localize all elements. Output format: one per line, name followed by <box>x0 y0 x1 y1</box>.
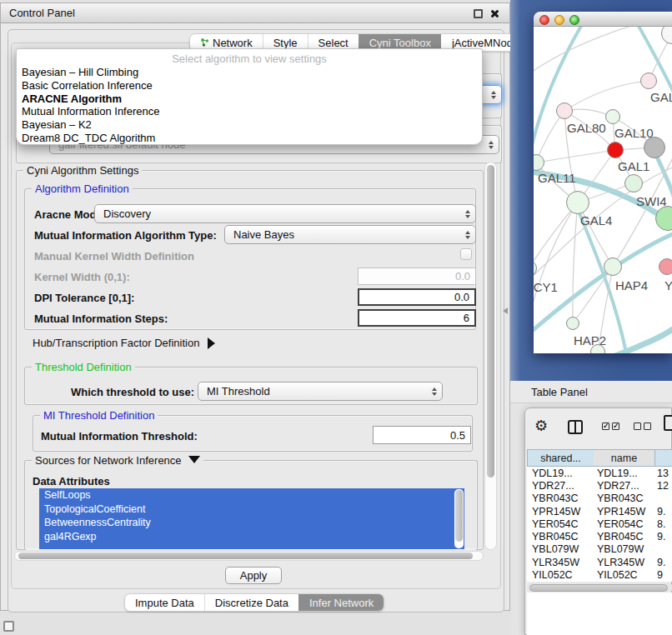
deselect-all-checkboxes-icon[interactable] <box>634 422 651 430</box>
threshold-definition-title: Threshold Definition <box>32 361 135 373</box>
table-cell: 9. <box>654 506 672 518</box>
apply-button[interactable]: Apply <box>225 567 282 584</box>
stepper-icon <box>489 141 494 149</box>
node-label-gal80: GAL80 <box>567 121 606 135</box>
table-cell: YDR27... <box>594 480 654 492</box>
table-row[interactable]: YLR345WYLR345W9. <box>527 556 672 568</box>
aracne-mode-combo[interactable]: Discovery <box>94 204 476 223</box>
data-attributes-list[interactable]: SelfLoopsTopologicalCoefficientBetweenne… <box>39 488 464 549</box>
algorithm-option-bayesian-hill-climbing[interactable]: Bayesian – Hill Climbing <box>17 66 482 79</box>
select-all-checkboxes-icon[interactable] <box>602 422 619 430</box>
table-row[interactable]: YDL19...YDL19...13 <box>527 467 672 479</box>
window-minimize-button[interactable] <box>554 15 564 25</box>
network-node-gal10[interactable] <box>605 109 620 124</box>
attribute-item-betweennesscentrality[interactable]: BetweennessCentrality <box>39 516 464 530</box>
window-zoom-button[interactable] <box>569 15 579 25</box>
algorithm-dropdown-popup: Select algorithm to view settings Bayesi… <box>16 48 483 145</box>
stepper-icon <box>432 388 437 396</box>
attribute-item-gal4rgexp[interactable]: gal4RGexp <box>39 530 464 544</box>
tab-label: Select <box>318 37 349 49</box>
algorithm-dropdown-list: Bayesian – Hill ClimbingBasic Correlatio… <box>17 66 482 145</box>
algorithm-definition-title: Algorithm Definition <box>32 182 133 195</box>
mi-steps-field[interactable]: 6 <box>358 309 476 327</box>
table-cell: 9. <box>654 557 672 568</box>
float-panel-icon[interactable] <box>474 9 483 18</box>
column-header-shared-name[interactable]: shared... <box>527 449 594 467</box>
table-cell: 9. <box>654 531 672 542</box>
tab-impute-data[interactable]: Impute Data <box>125 594 204 611</box>
algorithm-option-basic-correlation-inference[interactable]: Basic Correlation Inference <box>17 79 482 92</box>
table-cell: YPR145W <box>594 506 654 518</box>
kernel-width-field[interactable]: 0.0 <box>358 268 476 285</box>
tab-discretize-data[interactable]: Discretize Data <box>204 594 298 611</box>
table-cell: 9 <box>654 569 672 581</box>
which-threshold-combo[interactable]: MI Threshold <box>198 382 443 401</box>
network-node-swi4[interactable] <box>624 174 643 192</box>
network-node-y[interactable] <box>659 258 672 275</box>
algorithm-option-mutual-information-inference[interactable]: Mutual Information Inference <box>17 105 482 118</box>
table-row[interactable]: YIL052CYIL052C9 <box>527 568 672 581</box>
tab-infer-network[interactable]: Infer Network <box>298 594 384 611</box>
collapse-down-icon <box>188 456 200 463</box>
table-cell: YIL052C <box>527 569 594 581</box>
network-node-gal1[interactable] <box>607 142 624 158</box>
dock-panel-icon[interactable] <box>3 621 14 632</box>
table-cell: YBL079W <box>527 543 594 555</box>
columns-icon[interactable] <box>568 420 583 434</box>
sources-title[interactable]: Sources for Network Inference <box>32 454 203 467</box>
network-node-gal[interactable] <box>640 72 657 89</box>
attributes-scrollbar[interactable] <box>454 489 464 548</box>
cyni-bottom-tabbar: Impute DataDiscretize DataInfer Network <box>124 593 384 612</box>
table-row[interactable]: YER054CYER054C8. <box>527 518 672 530</box>
table-cell: YDR27... <box>527 480 594 492</box>
manual-kernel-checkbox[interactable] <box>460 248 472 260</box>
network-node-gal4[interactable] <box>566 191 589 214</box>
mi-type-label: Mutual Information Algorithm Type: <box>34 229 217 242</box>
algorithm-option-aracne-algorithm[interactable]: ARACNE Algorithm <box>17 92 482 106</box>
hub-definition-toggle[interactable]: Hub/Transcription Factor Definition <box>33 337 215 349</box>
algorithm-option-dream8-dc-tdc-algorithm[interactable]: Dream8 DC_TDC Algorithm <box>17 132 482 145</box>
table-row[interactable]: YBR043CYBR043C <box>527 492 672 505</box>
network-icon <box>200 37 209 49</box>
network-node-gal80[interactable] <box>556 102 573 119</box>
document-icon[interactable] <box>664 415 672 431</box>
mi-type-value: Naive Bayes <box>233 228 294 241</box>
dpi-tolerance-field[interactable]: 0.0 <box>358 288 476 306</box>
network-node[interactable] <box>590 344 605 353</box>
table-row[interactable]: YBR045CYBR045C9. <box>527 530 672 542</box>
splitpane-collapse-icon[interactable] <box>503 308 508 314</box>
node-label-gal11: GAL11 <box>538 171 576 185</box>
algorithm-option-bayesian-k2[interactable]: Bayesian – K2 <box>17 118 482 132</box>
table-row[interactable]: YBL079WYBL079W <box>527 543 672 556</box>
settings-vertical-scrollbar[interactable] <box>484 162 497 550</box>
table-cell: YLR345W <box>594 557 654 568</box>
sources-title-label: Sources for Network Inference <box>35 454 182 467</box>
table-horizontal-scrollbar[interactable] <box>527 582 672 592</box>
window-close-button[interactable] <box>539 15 549 25</box>
table-cell: 12 <box>654 480 672 492</box>
attribute-item-topologicalcoefficient[interactable]: TopologicalCoefficient <box>39 502 464 517</box>
tab-label: Network <box>213 37 253 49</box>
network-window-titlebar[interactable] <box>534 12 672 27</box>
mi-type-combo[interactable]: Naive Bayes <box>224 225 476 244</box>
column-header-name[interactable]: name <box>594 449 654 467</box>
settings-horizontal-scrollbar[interactable] <box>14 551 484 561</box>
attribute-item-selfloops[interactable]: SelfLoops <box>39 488 464 502</box>
table-row[interactable]: YDR27...YDR27...12 <box>527 479 672 492</box>
column-header-cut[interactable] <box>654 449 672 467</box>
table-cell: YBR045C <box>527 531 594 542</box>
network-node[interactable] <box>644 137 665 158</box>
table-cell: 8. <box>654 518 672 530</box>
mi-steps-value: 6 <box>464 312 469 324</box>
network-canvas[interactable]: GALGAL80GAL10GAL1GAL11SWI4GAL4GCY1HAP4YH… <box>534 27 672 353</box>
table-row[interactable]: YPR145WYPR145W9. <box>527 505 672 518</box>
network-node-hap4[interactable] <box>604 258 622 276</box>
gear-icon[interactable] <box>534 418 548 433</box>
node-label-y: Y <box>664 278 672 292</box>
cyni-algorithm-settings-title: Cyni Algorithm Settings <box>23 164 142 177</box>
close-panel-icon[interactable] <box>489 8 499 19</box>
network-node-hap2[interactable] <box>566 317 579 330</box>
table-cell: YIL052C <box>594 569 654 581</box>
network-view-window: GALGAL80GAL10GAL1GAL11SWI4GAL4GCY1HAP4YH… <box>534 12 672 353</box>
mi-threshold-field[interactable]: 0.5 <box>373 426 471 444</box>
